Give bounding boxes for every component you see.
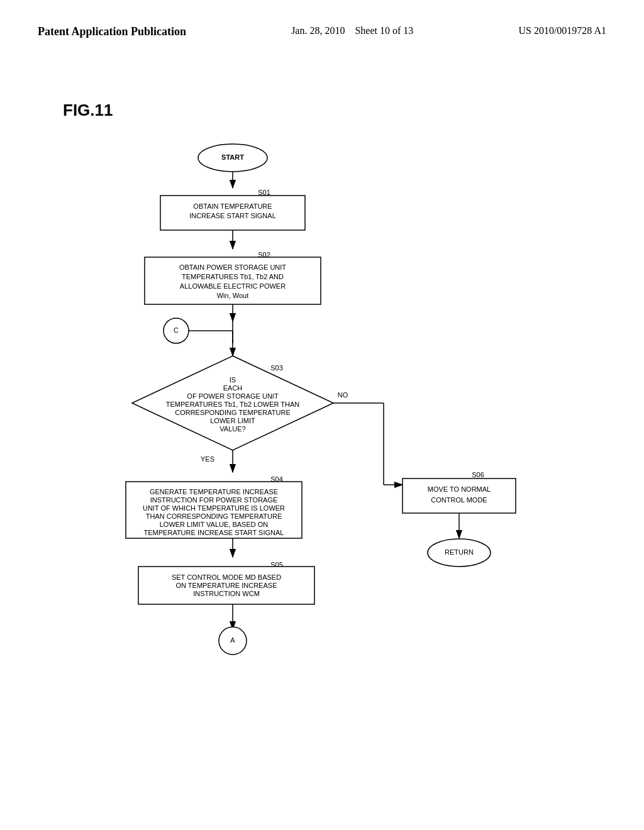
- return-label: RETURN: [445, 548, 474, 556]
- s05-line1: SET CONTROL MODE MD BASED: [172, 573, 281, 581]
- s03-text-of: OF POWER STORAGE UNIT: [187, 392, 279, 400]
- flowchart-area: FIG.11 START S01 OBTAIN TEMPERATURE INCR…: [63, 101, 579, 812]
- s02-text-line2: TEMPERATURES Tb1, Tb2 AND: [182, 273, 284, 280]
- no-label: NO: [338, 391, 348, 399]
- s04-line4: THAN CORRESPONDING TEMPERATURE: [146, 512, 282, 520]
- s03-text-value: VALUE?: [219, 425, 245, 433]
- page-header: Patent Application Publication Jan. 28, …: [0, 0, 644, 51]
- s03-text-lower: LOWER LIMIT: [210, 417, 255, 424]
- yes-label: YES: [201, 455, 214, 463]
- a-label: A: [230, 636, 235, 644]
- s03-text-temps: TEMPERATURES Tb1, Tb2 LOWER THAN: [166, 401, 300, 408]
- s03-text-each: EACH: [223, 384, 243, 392]
- s02-text-line1: OBTAIN POWER STORAGE UNIT: [179, 263, 286, 271]
- s03-label: S03: [270, 364, 283, 372]
- s04-line3: UNIT OF WHICH TEMPERATURE IS LOWER: [143, 504, 285, 512]
- s02-text-line4: Win, Wout: [217, 292, 249, 299]
- s01-label: S01: [258, 189, 270, 196]
- s06-label: S06: [472, 471, 484, 479]
- c-label: C: [174, 326, 179, 334]
- figure-label: FIG.11: [63, 101, 579, 120]
- publication-type: Patent Application Publication: [38, 25, 186, 38]
- s04-line1: GENERATE TEMPERATURE INCREASE: [150, 488, 278, 495]
- s04-line2: INSTRUCTION FOR POWER STORAGE: [150, 496, 278, 504]
- s05-line3: INSTRUCTION WCM: [193, 590, 260, 597]
- s03-text-corr: CORRESPONDING TEMPERATURE: [175, 409, 291, 416]
- s05-line2: ON TEMPERATURE INCREASE: [176, 582, 277, 589]
- s06-line1: MOVE TO NORMAL: [428, 485, 491, 493]
- start-label: START: [221, 153, 244, 161]
- s01-text-line2: INCREASE START SIGNAL: [189, 212, 276, 219]
- s03-text-is: IS: [230, 376, 236, 384]
- s01-text-line1: OBTAIN TEMPERATURE: [193, 202, 272, 210]
- s02-text-line3: ALLOWABLE ELECTRIC POWER: [180, 282, 286, 290]
- s06-line2: CONTROL MODE: [431, 496, 487, 504]
- s04-line6: TEMPERATURE INCREASE START SIGNAL: [144, 529, 284, 536]
- flowchart-svg: START S01 OBTAIN TEMPERATURE INCREASE ST…: [63, 133, 553, 812]
- s04-line5: LOWER LIMIT VALUE, BASED ON: [160, 521, 269, 528]
- publication-date-sheet: Jan. 28, 2010 Sheet 10 of 13: [291, 25, 413, 36]
- publication-number: US 2010/0019728 A1: [518, 25, 606, 36]
